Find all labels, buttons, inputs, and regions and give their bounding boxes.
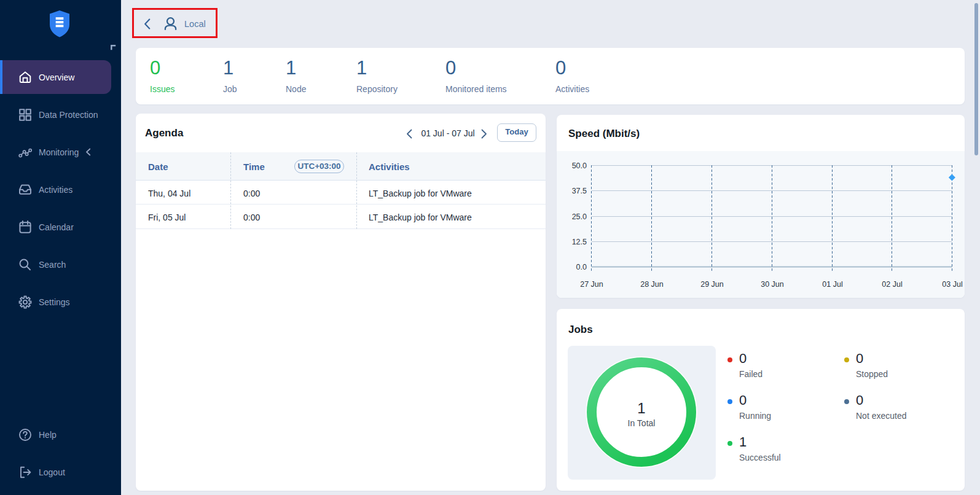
svg-text:03 Jul: 03 Jul (942, 280, 962, 289)
svg-text:30 Jun: 30 Jun (761, 280, 784, 289)
svg-text:37.5: 37.5 (572, 187, 587, 195)
svg-text:28 Jun: 28 Jun (640, 280, 664, 289)
svg-text:0.0: 0.0 (576, 263, 587, 271)
svg-text:50.0: 50.0 (572, 162, 587, 170)
svg-text:27 Jun: 27 Jun (580, 280, 603, 289)
svg-text:12.5: 12.5 (572, 238, 587, 246)
svg-text:29 Jun: 29 Jun (700, 280, 724, 289)
svg-text:01 Jul: 01 Jul (822, 280, 842, 289)
svg-text:02 Jul: 02 Jul (882, 280, 902, 289)
svg-text:25.0: 25.0 (572, 212, 587, 221)
